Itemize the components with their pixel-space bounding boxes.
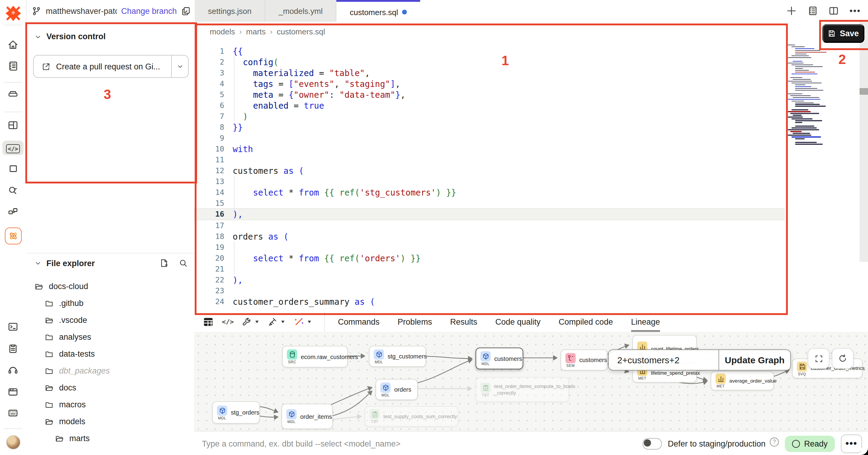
panel-tab-results[interactable]: Results: [450, 311, 477, 332]
code-line-7[interactable]: 7 ): [194, 111, 868, 122]
copy-branch-icon[interactable]: [181, 6, 191, 16]
code-line-9[interactable]: 9: [194, 133, 868, 144]
scrollbar-thumb[interactable]: [860, 88, 868, 95]
code-line-6[interactable]: 6 enabled = true: [194, 100, 868, 111]
file-item-docs[interactable]: docs: [26, 379, 194, 396]
lineage-node-customers_sem[interactable]: SEMcustomers: [561, 349, 608, 371]
code-line-23[interactable]: 23: [194, 285, 868, 296]
fullscreen-button[interactable]: [808, 348, 830, 369]
panel-tab-problems[interactable]: Problems: [398, 311, 432, 332]
lineage-node-order_items[interactable]: MDLorder_items: [281, 404, 333, 429]
code-line-15[interactable]: 15: [194, 198, 868, 209]
tab-customers.sql[interactable]: customers.sql: [336, 0, 420, 22]
lineage-node-stg_customers[interactable]: MDLstg_customers: [369, 346, 426, 367]
file-item-models[interactable]: models: [26, 413, 194, 430]
file-item-dbt_packages[interactable]: dbt_packages: [26, 362, 194, 379]
wrench-button[interactable]: ▼: [242, 316, 260, 327]
file-item-docs-cloud[interactable]: docs-cloud: [26, 278, 194, 294]
code-line-13[interactable]: 13: [194, 176, 868, 187]
code-line-2[interactable]: 2 config(: [194, 57, 868, 67]
file-item-macros[interactable]: macros: [26, 396, 194, 413]
code-line-24[interactable]: 24customer_orders_summary as (: [194, 296, 868, 307]
code-line-8[interactable]: 8}}: [194, 122, 868, 133]
more-button[interactable]: •••: [849, 5, 861, 16]
sidebar-item-explore[interactable]: [0, 184, 26, 196]
lineage-node-stg_orders[interactable]: MDLstg_orders: [212, 401, 260, 424]
code-line-17[interactable]: 17: [194, 220, 868, 231]
help-icon[interactable]: ?: [770, 437, 779, 446]
code-line-14[interactable]: 14 select * from {{ ref('stg_customers')…: [194, 187, 868, 198]
more-options-button[interactable]: •••: [841, 434, 862, 453]
code-button[interactable]: </>: [222, 318, 234, 325]
code-editor[interactable]: models›marts›customers.sql 1{{2 config(3…: [194, 22, 868, 311]
lineage-filter-input[interactable]: 2+customers+2: [609, 350, 718, 370]
code-line-22[interactable]: 22),: [194, 275, 868, 285]
code-line-10[interactable]: 10with: [194, 144, 868, 154]
user-avatar[interactable]: [0, 435, 26, 450]
pr-dropdown-button[interactable]: [171, 56, 188, 77]
file-item-data-tests[interactable]: data-tests: [26, 345, 194, 362]
lineage-node-customers_model[interactable]: MDLcustomers: [475, 348, 523, 369]
panel-tab-commands[interactable]: Commands: [338, 311, 379, 332]
file-item-marts[interactable]: marts: [26, 430, 194, 447]
sidebar-item-copilot[interactable]: [0, 227, 26, 245]
panel-tab-compiled-code[interactable]: Compiled code: [559, 311, 613, 332]
update-graph-button[interactable]: Update Graph: [718, 350, 790, 370]
new-file-icon[interactable]: [159, 258, 169, 268]
file-item-.vscode[interactable]: .vscode: [26, 311, 194, 328]
editor-scrollbar[interactable]: [860, 22, 868, 262]
code-line-4[interactable]: 4 tags = ["events", "staging"],: [194, 79, 868, 89]
tab-_models.yml[interactable]: _models.yml: [266, 0, 337, 22]
breadcrumb-part[interactable]: models: [210, 27, 235, 36]
sidebar-item-clipboard[interactable]: [0, 343, 26, 354]
file-item-.github[interactable]: .github: [26, 294, 194, 311]
sidebar-item-code-editor[interactable]: </>: [0, 141, 26, 155]
sidebar-item-frame[interactable]: [0, 163, 26, 174]
code-line-12[interactable]: 12customers as (: [194, 165, 868, 176]
magic-fix-button[interactable]: ▼: [293, 316, 312, 327]
create-pr-button[interactable]: Create a pull request on Gi...: [33, 55, 189, 78]
sidebar-item-window[interactable]: [0, 386, 26, 398]
sidebar-item-keyboard[interactable]: [0, 407, 26, 419]
sidebar-item-link-boxes[interactable]: [0, 206, 26, 217]
sidebar-item-dashboard[interactable]: [0, 119, 26, 131]
code-line-20[interactable]: 20 select * from {{ ref('orders') }}: [194, 253, 868, 264]
lineage-node-test_order_items_compute_to_bools_correctly[interactable]: TSTtest_order_items_compute_to_bools _co…: [475, 377, 569, 402]
search-icon[interactable]: [179, 258, 188, 268]
tab-settings.json[interactable]: settings.json: [195, 0, 266, 22]
minimap[interactable]: [788, 45, 840, 145]
code-line-11[interactable]: 11: [194, 154, 868, 165]
command-input[interactable]: Type a command, ex. dbt build --select <…: [202, 439, 401, 448]
lineage-node-orders[interactable]: MDLorders: [375, 379, 418, 400]
sidebar-item-support[interactable]: [0, 365, 26, 376]
file-explorer-header[interactable]: File explorer: [34, 259, 95, 267]
code-line-18[interactable]: 18orders as (: [194, 231, 868, 242]
file-item-analyses[interactable]: analyses: [26, 328, 194, 345]
lineage-node-average_order_value[interactable]: METaverage_order_value: [711, 371, 774, 391]
code-line-16[interactable]: 16),: [194, 208, 785, 220]
preview-table-button[interactable]: [203, 316, 214, 328]
code-line-3[interactable]: 3 materialized = "table",: [194, 67, 868, 79]
code-line-1[interactable]: 1{{: [194, 46, 868, 57]
sidebar-item-journal[interactable]: [0, 60, 26, 72]
lineage-node-test_supply_costs_sum_correctly[interactable]: TSTtest_supply_costs_sum_correctly: [365, 406, 458, 427]
code-lines[interactable]: 1{{2 config(3 materialized = "table",4 t…: [194, 46, 868, 307]
sidebar-item-terminal[interactable]: [0, 321, 26, 333]
sidebar-item-tray[interactable]: [0, 88, 26, 99]
change-branch-link[interactable]: Change branch: [121, 6, 177, 16]
panel-tab-lineage[interactable]: Lineage: [631, 311, 660, 332]
panel-tab-code-quality[interactable]: Code quality: [495, 311, 540, 332]
lineage-node-ecom.raw_customers[interactable]: SRCecom.raw_customers: [282, 346, 348, 368]
breadcrumb-part[interactable]: customers.sql: [277, 27, 325, 36]
add-button[interactable]: [786, 5, 797, 16]
code-line-19[interactable]: 19: [194, 242, 868, 253]
breadcrumb-part[interactable]: marts: [246, 27, 266, 36]
code-line-21[interactable]: 21: [194, 264, 868, 275]
sidebar-item-home[interactable]: [0, 39, 26, 51]
broom-button[interactable]: ▼: [268, 316, 286, 327]
refresh-graph-button[interactable]: [832, 348, 854, 369]
save-button[interactable]: Save: [822, 24, 864, 43]
defer-toggle[interactable]: [643, 438, 662, 449]
version-control-header[interactable]: Version control: [34, 32, 106, 41]
split-view-button[interactable]: [828, 5, 839, 16]
